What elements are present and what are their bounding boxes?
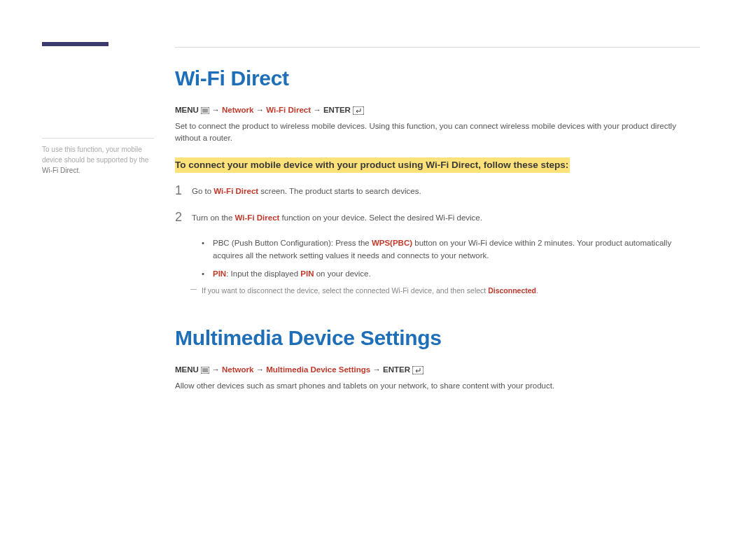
bullet-pin: PIN: Input the displayed PIN on your dev…: [202, 268, 700, 281]
wifi-description: Set to connect the product to wireless m…: [175, 120, 700, 145]
nav-enter-label: ENTER: [383, 365, 410, 374]
sidebar-note: To use this function, your mobile device…: [42, 138, 154, 176]
step-1: 1 Go to Wi-Fi Direct screen. The product…: [175, 184, 700, 198]
disconnect-footnote: If you want to disconnect the device, se…: [190, 286, 700, 297]
multimedia-description: Allow other devices such as smart phones…: [175, 380, 700, 392]
heading-multimedia: Multimedia Device Settings: [175, 326, 700, 350]
step-2: 2 Turn on the Wi-Fi Direct function on y…: [175, 211, 700, 225]
bullet-pin-t1: : Input the displayed: [226, 269, 300, 278]
step-text: Turn on the Wi-Fi Direct function on you…: [192, 211, 700, 224]
bullet-pbc-strong: WPS(PBC): [372, 239, 412, 247]
step-number: 1: [175, 184, 192, 198]
step-text: Go to Wi-Fi Direct screen. The product s…: [192, 184, 700, 197]
connect-steps-heading: To connect your mobile device with your …: [175, 157, 570, 174]
bullet-pin-s2: PIN: [300, 269, 314, 278]
step-2-post: function on your device. Select the desi…: [279, 213, 482, 222]
step-number: 2: [175, 211, 192, 225]
nav-path-multimedia: MENU → Network → Multimedia Device Setti…: [175, 365, 700, 376]
nav-multimedia: Multimedia Device Settings: [266, 365, 370, 374]
bullet-pbc: PBC (Push Button Configuration): Press t…: [202, 237, 700, 262]
horizontal-rule: [175, 47, 700, 48]
nav-arrow: →: [253, 106, 266, 114]
bullet-list: PBC (Push Button Configuration): Press t…: [175, 237, 700, 280]
nav-menu-label: MENU: [175, 365, 199, 374]
step-1-pre: Go to: [192, 187, 214, 195]
svg-rect-9: [412, 366, 424, 374]
nav-path-wifi: MENU → Network → Wi-Fi Direct → ENTER: [175, 106, 700, 116]
sidebar-note-pre: To use this function, your mobile device…: [42, 146, 148, 164]
step-2-pre: Turn on the: [192, 213, 235, 222]
nav-wifi-direct: Wi-Fi Direct: [266, 106, 311, 114]
bullet-pin-t2: on your device.: [314, 269, 370, 278]
main-content: Wi-Fi Direct MENU → Network → Wi-Fi Dire…: [175, 66, 700, 405]
nav-menu-label: MENU: [175, 106, 199, 114]
enter-icon: [412, 366, 424, 376]
bullet-pbc-pre: PBC (Push Button Configuration): Press t…: [213, 239, 372, 247]
step-1-post: screen. The product starts to search dev…: [258, 187, 421, 195]
nav-arrow: →: [253, 365, 266, 374]
highlight-wrap: To connect your mobile device with your …: [175, 157, 700, 174]
sidebar-note-strong: Wi-Fi Direct: [42, 167, 78, 174]
footnote-strong: Disconnected: [488, 286, 536, 295]
nav-arrow: →: [211, 106, 222, 114]
step-2-strong: Wi-Fi Direct: [235, 213, 280, 222]
bullet-pin-s1: PIN: [213, 269, 226, 278]
nav-network: Network: [222, 365, 253, 374]
nav-enter-label: ENTER: [323, 106, 351, 114]
footnote-pre: If you want to disconnect the device, se…: [202, 286, 488, 295]
menu-icon: [201, 107, 209, 115]
menu-icon: [201, 367, 209, 375]
accent-bar: [42, 42, 108, 46]
step-1-strong: Wi-Fi Direct: [214, 187, 258, 195]
nav-network: Network: [222, 106, 253, 114]
page: To use this function, your mobile device…: [0, 0, 756, 534]
steps-list: 1 Go to Wi-Fi Direct screen. The product…: [175, 184, 700, 225]
svg-rect-4: [353, 106, 364, 115]
sidebar-note-post: .: [78, 167, 80, 174]
nav-arrow: →: [311, 106, 323, 114]
enter-icon: [353, 106, 364, 116]
nav-arrow: →: [370, 365, 383, 374]
footnote-post: .: [536, 286, 538, 295]
nav-arrow: →: [211, 365, 222, 374]
heading-wifi-direct: Wi-Fi Direct: [175, 66, 700, 90]
